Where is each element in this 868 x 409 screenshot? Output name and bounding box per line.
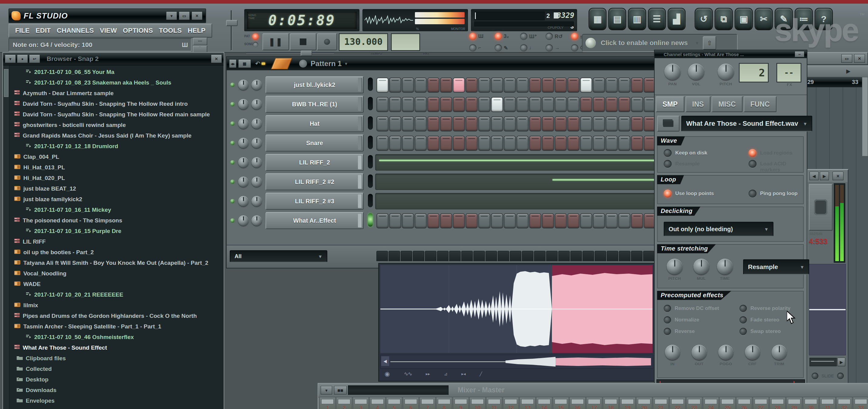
- keyboard-strip-cell[interactable]: [389, 251, 400, 261]
- channel-volume-knob[interactable]: [252, 138, 262, 148]
- step-button[interactable]: [440, 97, 452, 112]
- step-button[interactable]: [580, 97, 592, 112]
- menu-item-channels[interactable]: CHANNELS: [57, 27, 94, 35]
- menu-item-options[interactable]: OPTIONS: [123, 27, 153, 35]
- browser-list-item[interactable]: David Torn - Suyafhu Skin - Snapping The…: [12, 109, 225, 120]
- seq-detach-icon[interactable]: ◂▸: [229, 59, 237, 68]
- mixer-strip[interactable]: 24: [703, 398, 719, 409]
- step-button[interactable]: [389, 77, 401, 93]
- piano-roll-button[interactable]: ▥: [628, 8, 646, 30]
- shuffle-slider[interactable]: [246, 52, 334, 55]
- step-button[interactable]: [555, 116, 567, 131]
- browser-list-item[interactable]: just blaze BEAT_12: [12, 183, 225, 194]
- browser-list-item[interactable]: 2017-11-07 10_50_46 Oshmeisterflex: [12, 332, 225, 342]
- mixer-strip[interactable]: 13: [520, 398, 535, 409]
- mixer-strip[interactable]: 31: [819, 398, 836, 409]
- channel-select-pill[interactable]: [368, 116, 373, 130]
- keyboard-strip-cell[interactable]: [522, 251, 533, 261]
- ts-time-knob[interactable]: [717, 259, 733, 275]
- step-button[interactable]: [567, 213, 580, 228]
- save-button[interactable]: ▣: [735, 8, 753, 30]
- step-button[interactable]: [466, 213, 478, 228]
- channel-select-pill[interactable]: [368, 194, 373, 207]
- keyboard-strip-cell[interactable]: [486, 251, 497, 261]
- mixer-strip[interactable]: 25: [719, 398, 736, 409]
- fx-channel-display[interactable]: --: [776, 63, 801, 83]
- channel-button[interactable]: LIL RIFF_2 #3: [266, 193, 364, 210]
- browser-list-item[interactable]: lilmix: [12, 300, 225, 311]
- seq-undo-icon[interactable]: ↶: [255, 60, 260, 67]
- channel-mute-led[interactable]: [230, 141, 235, 145]
- step-button[interactable]: [504, 97, 516, 112]
- song-led[interactable]: [253, 42, 258, 47]
- mixer-strip[interactable]: 1: [319, 398, 336, 409]
- channel-volume-knob[interactable]: [252, 215, 262, 226]
- step-button[interactable]: [580, 116, 592, 131]
- step-button[interactable]: [618, 77, 630, 93]
- channel-select-pill[interactable]: [368, 213, 373, 227]
- step-button[interactable]: [389, 116, 401, 131]
- pattern-nav-icon[interactable]: [299, 60, 307, 68]
- channel-side-handle[interactable]: [358, 194, 362, 208]
- channel-mute-led[interactable]: [230, 83, 235, 87]
- step-button[interactable]: [402, 136, 414, 151]
- mixer-strip[interactable]: 23: [686, 398, 702, 409]
- channel-volume-knob[interactable]: [252, 177, 262, 187]
- step-button[interactable]: [593, 116, 605, 131]
- step-button[interactable]: [376, 213, 389, 228]
- sample-folder-button[interactable]: [657, 116, 680, 131]
- step-button[interactable]: [542, 136, 554, 151]
- side-next-icon[interactable]: ▶: [820, 172, 829, 180]
- step-button[interactable]: [606, 116, 618, 131]
- tab-misc[interactable]: MISC: [712, 96, 743, 112]
- keyboard-strip-cell[interactable]: [413, 251, 424, 261]
- step-button[interactable]: [593, 213, 605, 228]
- step-button[interactable]: [618, 116, 630, 131]
- step-button[interactable]: [389, 97, 401, 112]
- channel-pan-knob[interactable]: [238, 138, 249, 148]
- step-button[interactable]: [389, 213, 401, 228]
- step-button[interactable]: [440, 136, 452, 151]
- browser-list-item[interactable]: The poisoned donut - The Simpsons: [12, 215, 225, 226]
- mixer-strip[interactable]: 17: [586, 398, 602, 409]
- channel-side-handle[interactable]: [358, 78, 362, 92]
- notes-button[interactable]: ≔: [795, 8, 813, 30]
- cut-button[interactable]: ✂: [755, 8, 773, 30]
- browser-list-item[interactable]: oil up the booties - Part_2: [12, 247, 225, 257]
- wave-zoom-icon[interactable]: ∿∿: [404, 371, 411, 377]
- wave-option-radio[interactable]: [749, 149, 756, 157]
- step-button[interactable]: [414, 213, 427, 228]
- step-button[interactable]: [414, 97, 427, 112]
- step-edit-toggle[interactable]: [469, 44, 476, 52]
- channel-settings-titlebar[interactable]: Channel settings - What Are Those ... ▪▪: [655, 50, 807, 58]
- step-button[interactable]: [478, 116, 490, 131]
- channel-button[interactable]: just bl..lykick2: [266, 76, 364, 93]
- step-button[interactable]: [618, 213, 630, 228]
- step-button[interactable]: [517, 77, 529, 93]
- step-button[interactable]: [517, 116, 529, 131]
- channel-pan-knob[interactable]: [238, 80, 249, 90]
- browser-back-icon[interactable]: ↩: [29, 55, 40, 63]
- step-button[interactable]: [618, 97, 630, 112]
- channel-pan-knob[interactable]: [238, 99, 249, 109]
- news-bar[interactable]: Click to enable online news ▼ ⇧: [582, 34, 738, 52]
- side-prev-icon[interactable]: ◀: [809, 172, 818, 180]
- precomputed-option-radio[interactable]: [740, 305, 747, 312]
- mixer-strip[interactable]: 20: [636, 398, 652, 409]
- slide-left-button[interactable]: [812, 373, 818, 379]
- mixer-strip[interactable]: 27: [753, 398, 769, 409]
- mixer-strip[interactable]: 26: [736, 398, 752, 409]
- keyboard-strip-cell[interactable]: [595, 251, 606, 261]
- recording-filter-toggle[interactable]: [546, 33, 553, 40]
- keyboard-strip-cell[interactable]: [583, 251, 594, 261]
- wave-option-radio[interactable]: [664, 149, 672, 157]
- countdown-toggle[interactable]: [495, 33, 502, 40]
- mixer-strip[interactable]: 15: [553, 398, 569, 409]
- help-button[interactable]: ?: [815, 8, 833, 30]
- channel-select-pill[interactable]: [368, 77, 373, 91]
- browser-list-item[interactable]: 2017-11-07 10_16_11 Mickey: [12, 204, 225, 215]
- close-icon[interactable]: ✕: [191, 11, 203, 20]
- wave-option-radio[interactable]: [749, 160, 756, 168]
- mixer-strip[interactable]: 7: [420, 398, 435, 409]
- step-button[interactable]: [593, 97, 605, 112]
